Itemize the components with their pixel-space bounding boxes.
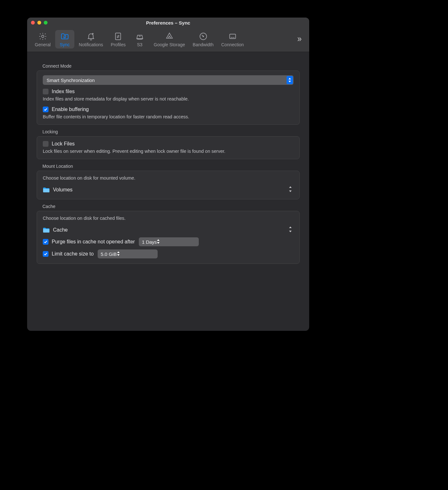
preferences-window: Preferences – Sync General Sync Notifica… (27, 18, 309, 331)
cache-description: Choose location on disk for cached files… (43, 216, 294, 221)
enable-buffering-description: Buffer file contents in temporary locati… (43, 114, 294, 119)
purge-checkbox-row[interactable]: Purge files in cache not opened after (43, 239, 135, 245)
index-files-description: Index files and store metadata for displ… (43, 96, 294, 101)
stepper-icon (288, 186, 292, 193)
limit-size-value: 5.0 GiB (101, 251, 117, 257)
section-title-cache: Cache (42, 204, 300, 209)
toolbar-overflow-button[interactable] (296, 26, 303, 52)
group-cache: Choose location on disk for cached files… (37, 211, 300, 264)
index-files-label: Index files (52, 89, 75, 94)
tab-google-storage[interactable]: Google Storage (151, 30, 188, 48)
folder-icon (43, 187, 50, 193)
limit-checkbox-row[interactable]: Limit cache size to (43, 251, 94, 257)
lock-files-description: Lock files on server when editing. Preve… (43, 149, 294, 154)
preferences-toolbar: General Sync Notifications Profiles S3 (27, 26, 309, 52)
purge-duration-value: 1 Days (142, 239, 157, 245)
gauge-icon (199, 32, 208, 41)
tab-label: S3 (137, 42, 142, 47)
svg-point-0 (41, 35, 44, 37)
cache-folder-select[interactable]: Cache (43, 226, 294, 234)
stepper-icon (288, 226, 292, 234)
purge-label: Purge files in cache not opened after (52, 239, 135, 245)
section-title-locking: Locking (42, 129, 300, 134)
checkbox-checked-icon (43, 239, 49, 245)
preferences-body: Connect Mode Smart Synchronization Index… (27, 52, 309, 331)
svg-rect-2 (116, 33, 121, 40)
gear-icon (38, 32, 47, 41)
lock-files-checkbox-row[interactable]: Lock Files (43, 141, 294, 147)
profiles-icon (114, 32, 123, 41)
index-files-checkbox-row[interactable]: Index files (43, 89, 294, 94)
svg-point-4 (203, 36, 204, 37)
tab-label: General (35, 42, 51, 47)
checkbox-unchecked-icon (43, 89, 49, 94)
tab-label: Notifications (79, 42, 103, 47)
tab-notifications[interactable]: Notifications (76, 30, 106, 48)
stepper-icon (117, 251, 123, 257)
section-title-connect-mode: Connect Mode (42, 63, 300, 69)
minimize-window-button[interactable] (37, 21, 41, 25)
bell-icon (86, 32, 95, 41)
tab-label: Profiles (111, 42, 126, 47)
zoom-window-button[interactable] (44, 21, 48, 25)
window-controls (31, 21, 48, 25)
titlebar: Preferences – Sync (27, 18, 309, 26)
mount-folder-name: Volumes (53, 187, 72, 193)
tab-label: Connection (221, 42, 244, 47)
mount-folder-select[interactable]: Volumes (43, 186, 294, 194)
enable-buffering-checkbox-row[interactable]: Enable buffering (43, 107, 294, 112)
tab-label: Bandwidth (193, 42, 213, 47)
google-storage-icon (165, 32, 174, 41)
enable-buffering-label: Enable buffering (52, 107, 89, 112)
close-window-button[interactable] (31, 21, 35, 25)
checkbox-checked-icon (43, 251, 49, 257)
limit-label: Limit cache size to (52, 251, 94, 257)
s3-icon (135, 32, 144, 41)
stepper-icon (157, 239, 162, 245)
tab-profiles[interactable]: Profiles (108, 30, 129, 48)
svg-point-1 (92, 33, 93, 34)
section-title-mount: Mount Location (42, 164, 300, 169)
connect-mode-value: Smart Synchronization (47, 78, 95, 83)
group-mount: Choose location on disk for mounted volu… (37, 171, 300, 199)
group-locking: Lock Files Lock files on server when edi… (37, 136, 300, 159)
window-title: Preferences – Sync (27, 20, 309, 26)
mount-description: Choose location on disk for mounted volu… (43, 175, 294, 181)
purge-duration-select[interactable]: 1 Days (139, 237, 199, 246)
checkbox-unchecked-icon (43, 141, 49, 147)
tab-sync[interactable]: Sync (55, 30, 74, 48)
tab-label: Sync (60, 42, 70, 47)
cache-folder-name: Cache (53, 227, 68, 233)
lock-files-label: Lock Files (52, 141, 75, 147)
folder-icon (43, 227, 50, 233)
tab-s3[interactable]: S3 (130, 30, 149, 48)
tab-bandwidth[interactable]: Bandwidth (190, 30, 217, 48)
group-connect-mode: Smart Synchronization Index files Index … (37, 71, 300, 125)
tab-label: Google Storage (154, 42, 185, 47)
tab-connection[interactable]: Connection (218, 30, 247, 48)
tab-general[interactable]: General (32, 30, 54, 48)
connect-mode-select[interactable]: Smart Synchronization (43, 75, 294, 85)
sync-folder-icon (60, 32, 69, 41)
svg-rect-5 (229, 34, 235, 39)
stepper-icon (287, 76, 293, 84)
checkbox-checked-icon (43, 107, 49, 112)
ethernet-icon (228, 32, 237, 41)
limit-size-select[interactable]: 5.0 GiB (98, 249, 158, 258)
